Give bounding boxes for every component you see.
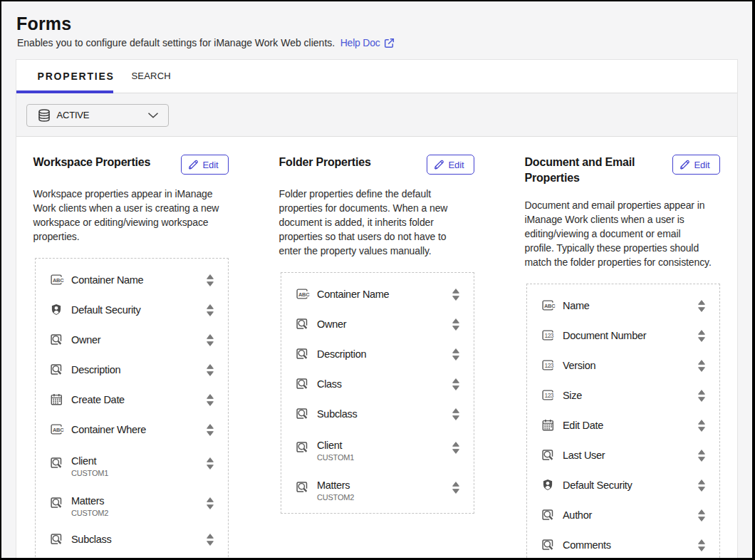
svg-text:ABC: ABC	[53, 276, 64, 283]
svg-text:123: 123	[545, 362, 554, 369]
svg-text:ABC: ABC	[544, 302, 556, 308]
svg-text:123: 123	[545, 332, 554, 339]
svg-text:ABC: ABC	[53, 426, 64, 432]
svg-text:123: 123	[545, 392, 554, 399]
svg-text:ABC: ABC	[298, 291, 310, 297]
